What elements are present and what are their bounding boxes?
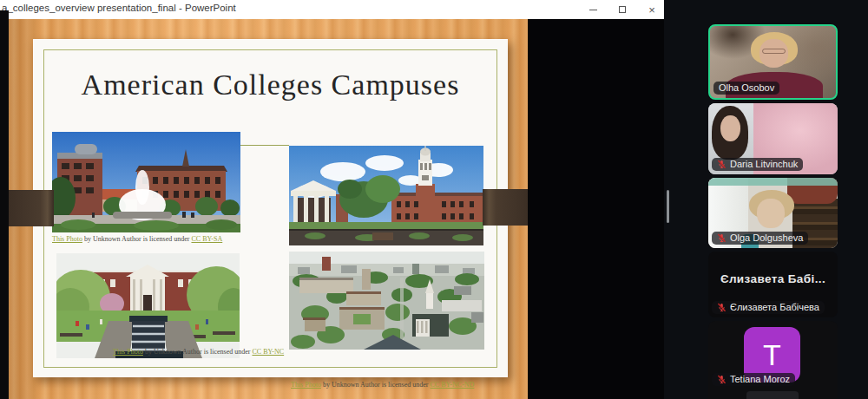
close-icon: × [648,4,655,16]
minimize-button[interactable] [580,0,606,19]
campus-photo-aerial [289,252,484,350]
restore-icon [619,6,626,13]
muted-mic-icon [717,160,727,169]
panel-scrollbar[interactable] [667,190,669,223]
window-title: a_colleges_overview presentation_final -… [2,3,236,13]
participant-name-label: Olha Osobov [713,82,779,95]
participant-name-label: Olga Dolgusheva [712,232,808,245]
restore-button[interactable] [609,0,635,19]
divider-line [240,145,289,146]
participant-name-label: Daria Litvinchuk [712,158,803,171]
participant-name-label: Єлизавета Бабічева [712,301,825,314]
campus-photo-clock-tower [289,146,483,245]
glasses [762,49,786,54]
caption-text: by Unknown Author is licensed under [143,348,253,356]
video-tile-olga-dolgusheva[interactable]: Olga Dolgusheva [708,178,838,248]
participant-name-label: Tetiana Moroz [712,373,795,386]
campus-photo-fountain [52,132,240,232]
caption-text: by Unknown Author is licensed under [82,235,192,243]
photo-link[interactable]: This Photo [291,381,321,389]
video-tile-daria-litvinchuk[interactable]: Daria Litvinchuk [708,103,838,174]
participant-display-name: Єлизавета Бабі... [708,272,838,285]
photo-link[interactable]: This Photo [113,348,143,356]
slide-title: American Colleges Campuses [33,69,508,101]
photo-caption-3: This Photo by Unknown Author is licensed… [291,381,474,389]
close-button[interactable]: × [639,0,665,19]
slide-paper: American Colleges Campuses [33,39,508,377]
caption-text: by Unknown Author is licensed under [321,381,431,389]
app-window: a_colleges_overview presentation_final -… [0,0,868,399]
license-link[interactable]: CC BY-NC [252,348,284,356]
campus-photo-cascade-fountain [56,253,240,358]
video-tile-olha-osobov[interactable]: Olha Osobov [708,24,838,100]
photo-link[interactable]: This Photo [52,235,82,243]
titlebar[interactable]: a_colleges_overview presentation_final -… [0,0,664,19]
license-link[interactable]: CC BY-NC-ND [430,381,474,389]
photo-caption-2: This Photo by Unknown Author is licensed… [113,348,284,356]
video-tile-tetiana-moroz[interactable]: T Tetiana Moroz [708,321,838,399]
muted-mic-icon [717,303,727,312]
muted-mic-icon [717,375,727,384]
slideshow-letterbox [528,19,664,399]
wood-strap-right [483,189,528,226]
wood-strap-left [9,190,54,226]
muted-mic-icon [717,233,727,243]
next-participant-label-partial [746,391,799,399]
video-tile-yelyzaveta-babicheva[interactable]: Єлизавета Бабі... Єлизавета Бабічева [708,252,838,317]
photo-caption-1: This Photo by Unknown Author is licensed… [52,235,222,243]
license-link[interactable]: CC BY-SA [191,235,222,243]
participants-panel: Olha Osobov Daria Litvinchuk Olga Dolgu [664,0,868,399]
minimize-icon [589,10,597,10]
left-edge-strip [0,10,9,399]
